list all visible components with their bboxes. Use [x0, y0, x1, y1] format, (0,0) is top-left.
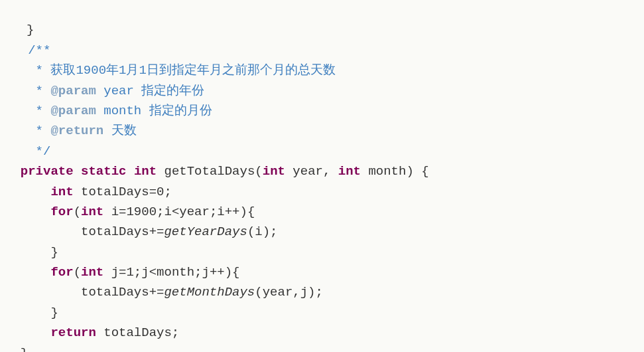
method-signature: private static int getTotalDays(int year… [5, 164, 429, 179]
jd-tag-param1: @param [50, 84, 96, 98]
jd-param1: year [96, 84, 141, 98]
line-fn-close: } [5, 346, 28, 352]
code-block: } /** * 获取1900年1月1日到指定年月之前那个月的总天数 * @par… [0, 0, 644, 352]
jd-star3: * [28, 104, 50, 118]
line-for1-close: } [5, 245, 58, 260]
jd-open: /** [28, 43, 50, 58]
line-for1-body: totalDays+=getYearDays(i); [5, 224, 277, 239]
jd-star4: * [28, 124, 50, 138]
javadoc-line-2: * @param year 指定的年份 [5, 84, 204, 98]
for1-body-b: (i); [247, 224, 278, 239]
kw-int-p2: int [338, 164, 361, 179]
line-return: return totalDays; [5, 325, 179, 340]
for1-body-a: totalDays+= [21, 224, 164, 239]
kw-int-j: int [81, 265, 103, 280]
kw-int-ret: int [134, 164, 157, 179]
kw-for2: for [50, 265, 73, 280]
for1-open: ( [74, 205, 81, 219]
jd-param2: month [96, 104, 149, 118]
kw-for1: for [50, 205, 73, 219]
for1-init: i=1900;i<year;i++){ [103, 205, 255, 219]
kw-int-i: int [81, 205, 103, 219]
ret-tail: totalDays; [96, 325, 179, 340]
decl-tail: totalDays=0; [74, 185, 172, 199]
jd-close: */ [28, 144, 50, 159]
for2-close: } [21, 306, 58, 320]
jd-tag-param2: @param [50, 104, 96, 118]
line-decl: int totalDays=0; [5, 185, 172, 199]
for2-body-a: totalDays+= [21, 285, 164, 300]
jd-desc3: 天数 [103, 124, 136, 138]
jd-tag-return: @return [50, 124, 103, 138]
kw-private: private [21, 164, 74, 179]
for2-init: j=1;j<month;j++){ [103, 265, 239, 280]
p1-name: year, [285, 164, 338, 179]
line-for2-close: } [5, 306, 58, 320]
p2-name: month) { [361, 164, 429, 179]
javadoc-open: /** [5, 43, 50, 58]
kw-return: return [50, 325, 96, 340]
for1-close: } [21, 245, 58, 260]
kw-int-p1: int [263, 164, 285, 179]
line-for1: for(int i=1900;i<year;i++){ [5, 205, 255, 219]
javadoc-close: */ [5, 144, 50, 159]
line-for2-body: totalDays+=getMonthDays(year,j); [5, 285, 323, 300]
jd-desc1: 指定的年份 [141, 84, 204, 98]
jd-star2: * [28, 84, 50, 98]
jd-desc2: 指定的月份 [149, 104, 212, 118]
javadoc-line-3: * @param month 指定的月份 [5, 104, 212, 118]
call-getMonthDays: getMonthDays [164, 285, 255, 300]
fn-name: getTotalDays( [157, 164, 263, 179]
jd-text1: 获取1900年1月1日到指定年月之前那个月的总天数 [50, 63, 335, 78]
line-for2: for(int j=1;j<month;j++){ [5, 265, 240, 280]
call-getYearDays: getYearDays [164, 224, 247, 239]
javadoc-line-4: * @return 天数 [5, 124, 137, 138]
javadoc-line-1: * 获取1900年1月1日到指定年月之前那个月的总天数 [5, 63, 336, 78]
fn-close-brace: } [21, 346, 28, 352]
line-stray-brace: } [5, 23, 34, 37]
jd-star1: * [28, 63, 50, 78]
kw-static: static [81, 164, 126, 179]
kw-int-decl: int [50, 185, 73, 199]
for2-body-b: (year,j); [255, 285, 323, 300]
for2-open: ( [74, 265, 81, 280]
